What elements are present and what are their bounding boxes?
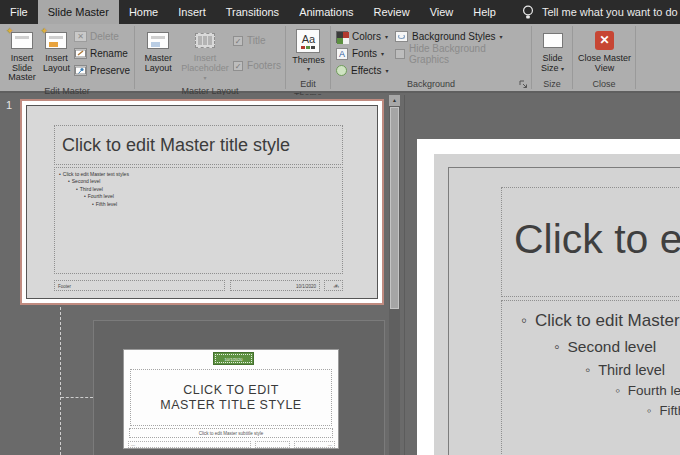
group-edit-master: ✦ Insert Slide Master ✦ Insert Layout ✕ … xyxy=(0,24,134,91)
footers-checkbox: ✓ Footers xyxy=(231,58,283,73)
insert-layout-button[interactable]: ✦ Insert Layout xyxy=(41,27,72,75)
layout-number-box: — xyxy=(294,441,335,448)
dialog-launcher-icon[interactable] xyxy=(519,80,528,89)
layout-thumbnail[interactable]: 10/1/2020 CLICK TO EDIT MASTER TITLE STY… xyxy=(93,320,385,455)
thumbnail-connector-vertical xyxy=(60,307,61,455)
rename-label: Rename xyxy=(90,48,128,59)
title-checkbox-box: ✓ xyxy=(233,36,243,46)
colors-label: Colors xyxy=(352,31,381,42)
tellme-label: Tell me what you want to do xyxy=(542,6,678,18)
master-body-placeholder[interactable]: •Click to edit Master text styles •Secon… xyxy=(54,167,343,274)
footer-text: Footer xyxy=(55,281,224,289)
thumbnail-connector-horizontal xyxy=(61,397,93,398)
themes-label: Themes xyxy=(292,56,325,66)
slide-number-placeholder[interactable]: ‹#› xyxy=(324,280,343,291)
ribbon: ✦ Insert Slide Master ✦ Insert Layout ✕ … xyxy=(0,24,680,93)
scrollbar-thumb[interactable] xyxy=(390,107,399,309)
slide-number-text: ‹#› xyxy=(325,281,342,289)
group-separator xyxy=(635,26,636,89)
effects-icon xyxy=(336,65,347,76)
preserve-button[interactable]: Preserve xyxy=(72,63,132,78)
powerpoint-window: File Slide Master Home Insert Transition… xyxy=(0,0,680,455)
master-layout-button[interactable]: Master Layout xyxy=(138,27,179,75)
rename-button[interactable]: Rename xyxy=(72,46,132,61)
tab-view[interactable]: View xyxy=(420,0,464,24)
thumbnail-scrollbar[interactable]: ▲ xyxy=(389,95,400,455)
group-background: Colors ▾ A Fonts ▾ Effects ▾ xyxy=(331,24,531,91)
group-close: ✕ Close Master View Close xyxy=(573,24,635,91)
slide-size-label: Slide Size ▾ xyxy=(536,54,569,73)
master-title-placeholder[interactable]: Click to edit Master title style xyxy=(54,125,343,165)
group-label-size: Size xyxy=(532,78,572,91)
insert-slide-master-label: Insert Slide Master xyxy=(4,54,40,83)
tab-animations[interactable]: Animations xyxy=(289,0,363,24)
bullet-line: •Click to edit Master text styles xyxy=(59,171,342,178)
colors-dropdown[interactable]: Colors ▾ xyxy=(334,29,393,44)
bullet-line: •Second level xyxy=(59,178,342,185)
effects-dropdown[interactable]: Effects ▾ xyxy=(334,63,393,78)
lightbulb-icon xyxy=(522,5,534,20)
themes-button[interactable]: Aa Themes ▾ xyxy=(291,27,326,74)
insert-layout-icon: ✦ xyxy=(44,29,68,51)
delete-button: ✕ Delete xyxy=(72,29,132,44)
themes-icon: Aa xyxy=(296,29,320,53)
colors-icon xyxy=(336,31,348,43)
close-master-view-icon: ✕ xyxy=(593,29,617,51)
slide-number: 1 xyxy=(6,99,12,111)
title-checkbox: ✓ Title xyxy=(231,33,283,48)
layout-title-line1: CLICK TO EDIT xyxy=(131,383,331,398)
close-master-view-button[interactable]: ✕ Close Master View xyxy=(577,27,633,75)
hide-background-graphics-box xyxy=(395,49,405,59)
tab-transitions[interactable]: Transitions xyxy=(216,0,289,24)
tab-home[interactable]: Home xyxy=(119,0,168,24)
fonts-icon: A xyxy=(336,48,348,60)
preserve-label: Preserve xyxy=(90,65,130,76)
layout-thumbnail-slide: 10/1/2020 CLICK TO EDIT MASTER TITLE STY… xyxy=(123,349,339,449)
group-label-edit-theme: Edit Theme xyxy=(286,78,330,91)
master-slide-thumbnail[interactable]: Click to edit Master title style •Click … xyxy=(20,99,384,305)
insert-placeholder-button: Insert Placeholder ▾ xyxy=(179,27,231,85)
menubar: File Slide Master Home Insert Transition… xyxy=(0,0,680,24)
tellme-box[interactable]: Tell me what you want to do xyxy=(522,0,678,24)
main-slide[interactable]: Click to edit Master title style ◦Click … xyxy=(448,167,680,455)
layout-date-text: 10/1/2020 xyxy=(215,354,252,363)
background-styles-icon xyxy=(395,31,408,42)
date-text: 10/1/2020 xyxy=(231,281,319,289)
insert-layout-label: Insert Layout xyxy=(42,54,71,73)
insert-slide-master-button[interactable]: ✦ Insert Slide Master xyxy=(3,27,41,85)
scrollbar-up-icon[interactable]: ▲ xyxy=(389,95,400,106)
layout-title-line2: MASTER TITLE STYLE xyxy=(131,398,331,413)
bullet-line: ◦Second level xyxy=(554,338,680,356)
fonts-dropdown[interactable]: A Fonts ▾ xyxy=(334,46,393,61)
pane-divider[interactable] xyxy=(404,95,405,455)
main-title-text: Click to edit Master title style xyxy=(502,188,680,263)
master-layout-icon xyxy=(146,29,170,51)
group-master-layout: Master Layout Insert Placeholder ▾ ✓ Tit… xyxy=(135,24,285,91)
main-body-placeholder[interactable]: ◦Click to edit Master text styles ◦Secon… xyxy=(501,300,680,455)
main-title-placeholder[interactable]: Click to edit Master title style xyxy=(501,187,680,297)
tab-slide-master[interactable]: Slide Master xyxy=(38,0,119,24)
footer-placeholder[interactable]: Footer xyxy=(54,280,225,291)
slide-size-button[interactable]: Slide Size ▾ xyxy=(535,27,570,75)
effects-label: Effects xyxy=(351,65,381,76)
delete-icon: ✕ xyxy=(74,31,87,42)
tab-file[interactable]: File xyxy=(0,0,38,24)
tab-help[interactable]: Help xyxy=(463,0,506,24)
workspace: 1 Click to edit Master title style •Clic… xyxy=(0,95,680,455)
title-checkbox-label: Title xyxy=(247,35,266,46)
tab-review[interactable]: Review xyxy=(364,0,420,24)
hide-background-graphics-label: Hide Background Graphics xyxy=(409,43,527,65)
group-edit-theme: Aa Themes ▾ Edit Theme xyxy=(286,24,330,91)
close-master-view-label: Close Master View xyxy=(578,54,632,73)
footers-checkbox-label: Footers xyxy=(247,60,281,71)
layout-title-placeholder: CLICK TO EDIT MASTER TITLE STYLE xyxy=(130,369,332,426)
insert-placeholder-icon xyxy=(193,29,217,51)
bullet-line: ◦Fifth level xyxy=(647,403,680,418)
insert-placeholder-label: Insert Placeholder ▾ xyxy=(180,54,230,83)
fonts-label: Fonts xyxy=(352,48,377,59)
bullet-line: ◦Fourth level xyxy=(615,383,680,398)
date-placeholder[interactable]: 10/1/2020 xyxy=(230,280,320,291)
layout-date-banner: 10/1/2020 xyxy=(213,352,254,365)
group-label-background: Background xyxy=(331,78,531,91)
tab-insert[interactable]: Insert xyxy=(168,0,216,24)
